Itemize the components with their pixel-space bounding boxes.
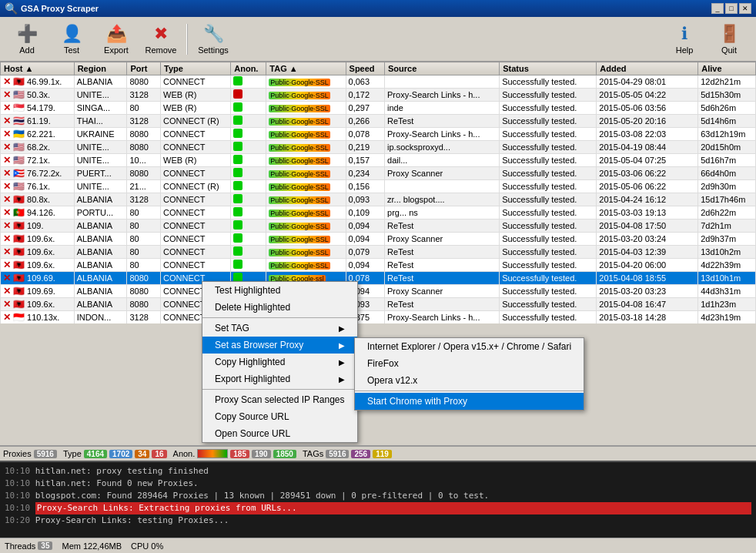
cross-icon[interactable]: ✕ [3,102,11,113]
cm-set-tag[interactable]: Set TAG ▶ [202,320,357,337]
table-row[interactable]: ✕ 🇵🇷 76.72.2x. PUERT... 8080 CONNECT Pub… [1,167,756,180]
cell-added: 2015-04-08 18:55 [597,272,698,285]
table-row[interactable]: ✕ 🇦🇱 109.69. ALBANIA 8080 CONNECT Public… [1,272,756,285]
cross-icon[interactable]: ✕ [3,129,11,139]
cross-icon[interactable]: ✕ [3,181,11,192]
table-row[interactable]: ✕ 🇺🇸 72.1x. UNITE... 10... WEB (R) Publi… [1,154,756,167]
cm-copy-highlighted[interactable]: Copy Highlighted ▶ [202,354,357,370]
remove-button[interactable]: ✖ Remove [140,20,182,59]
flag-icon: 🇺🇸 [13,142,25,152]
col-header-host[interactable]: Host ▲ [1,62,75,75]
table-row[interactable]: ✕ 🇦🇱 46.99.1x. ALBANIA 8080 CONNECT Publ… [1,75,756,89]
cross-icon[interactable]: ✕ [3,220,11,231]
cross-icon[interactable]: ✕ [3,168,11,179]
cell-host: ✕ 🇺🇦 62.221. [1,128,75,141]
maximize-button[interactable]: □ [725,3,738,14]
table-row[interactable]: ✕ 🇵🇹 94.126. PORTU... 80 CONNECT Public·… [1,206,756,220]
cross-icon[interactable]: ✕ [3,76,11,87]
cell-port: 80 [127,220,161,233]
cell-source: ReTest [385,115,500,128]
proxy-table-scroll[interactable]: Host ▲ Region Port Type Anon. TAG ▲ Spee… [0,62,756,323]
status-anon: Anon. 185 190 1850 [173,449,296,458]
cross-icon[interactable]: ✕ [3,142,11,152]
cell-tag: Public·Google·SSL [266,89,346,102]
cell-added: 2015-05-06 03:56 [597,102,698,115]
sm-start-chrome[interactable]: Start Chrome with Proxy [355,393,584,410]
cross-icon[interactable]: ✕ [3,89,11,100]
threads-value: 35 [38,541,52,550]
table-row[interactable]: ✕ 🇺🇸 50.3x. UNITE... 3128 WEB (R) Public… [1,89,756,102]
cell-alive: 5d14h6m [698,115,756,128]
cm-delete-highlighted[interactable]: Delete Highlighted [202,299,357,316]
table-row[interactable]: ✕ 🇦🇱 109.69. ALBANIA 8080 CONNECT 0,094 … [1,285,756,298]
col-header-status[interactable]: Status [500,62,597,75]
cross-icon[interactable]: ✕ [3,299,11,310]
flag-icon: 🇸🇬 [13,102,25,113]
cell-speed: 0,063 [346,75,384,89]
sm-ie-opera-chrome[interactable]: Internet Explorer / Opera v15.x+ / Chrom… [355,338,584,355]
cell-added: 2015-03-18 14:28 [597,311,698,324]
table-row[interactable]: ✕ 🇦🇱 109.6x. ALBANIA 80 CONNECT Public·G… [1,259,756,272]
cross-icon[interactable]: ✕ [3,155,11,166]
table-row[interactable]: ✕ 🇦🇱 80.8x. ALBANIA 3128 CONNECT Public·… [1,193,756,206]
cm-export-highlighted[interactable]: Export Highlighted ▶ [202,370,357,387]
sm-opera-v12[interactable]: Opera v12.x [355,372,584,389]
col-header-region[interactable]: Region [74,62,127,75]
log-area[interactable]: 10:10 hitlan.net: proxy testing finished… [0,461,756,538]
cell-host: ✕ 🇸🇬 54.179. [1,102,75,115]
help-button[interactable]: ℹ Help [664,20,705,59]
table-row[interactable]: ✕ 🇺🇸 76.1x. UNITE... 21... CONNECT (R) P… [1,180,756,193]
close-button[interactable]: ✕ [739,3,751,14]
table-row[interactable]: ✕ 🇦🇱 109.6x. ALBANIA 80 CONNECT Public·G… [1,246,756,259]
cell-speed: 0,094 [346,233,384,246]
col-header-anon[interactable]: Anon. [231,62,266,75]
test-button[interactable]: 👤 Test [51,20,92,59]
cell-region: ALBANIA [74,259,127,272]
cross-icon[interactable]: ✕ [3,246,11,257]
cross-icon[interactable]: ✕ [3,194,11,205]
cm-test-highlighted[interactable]: Test Highlighted [202,282,357,299]
table-row[interactable]: ✕ 🇦🇱 109. ALBANIA 80 CONNECT Public·Goog… [1,220,756,233]
cross-icon[interactable]: ✕ [3,312,11,323]
col-header-type[interactable]: Type [161,62,231,75]
cm-proxy-scan[interactable]: Proxy Scan selected IP Ranges [202,391,357,408]
col-header-added[interactable]: Added [597,62,698,75]
sm-firefox[interactable]: FireFox [355,355,584,372]
cell-alive: 13d10h2m [698,246,756,259]
cross-icon[interactable]: ✕ [3,207,11,218]
cell-status: Successfully tested. [500,75,597,89]
table-row[interactable]: ✕ 🇺🇸 68.2x. UNITE... 8080 CONNECT Public… [1,141,756,154]
col-header-port[interactable]: Port [127,62,161,75]
cell-type: CONNECT [161,259,231,272]
flag-icon: 🇵🇹 [13,207,25,218]
col-header-tag[interactable]: TAG ▲ [266,62,346,75]
col-header-alive[interactable]: Alive [698,62,756,75]
table-row[interactable]: ✕ 🇦🇱 109.6x. ALBANIA 8080 CONNECT 0,093 … [1,298,756,311]
flag-icon: 🇦🇱 [13,286,25,297]
cm-copy-source-url[interactable]: Copy Source URL [202,408,357,425]
table-row[interactable]: ✕ 🇦🇱 109.6x. ALBANIA 80 CONNECT Public·G… [1,233,756,246]
cross-icon[interactable]: ✕ [3,233,11,244]
cm-open-source-url[interactable]: Open Source URL [202,425,357,442]
table-row[interactable]: ✕ 🇸🇬 54.179. SINGA... 80 WEB (R) Public·… [1,102,756,115]
cross-icon[interactable]: ✕ [3,116,11,126]
settings-button[interactable]: 🔧 Settings [192,20,234,59]
table-area[interactable]: Host ▲ Region Port Type Anon. TAG ▲ Spee… [0,62,756,445]
col-header-source[interactable]: Source [385,62,500,75]
quit-button[interactable]: 🚪 Quit [708,20,750,59]
cell-status: Successfully tested. [500,220,597,233]
cell-region: ALBANIA [74,220,127,233]
cross-icon[interactable]: ✕ [3,273,11,283]
cross-icon[interactable]: ✕ [3,260,11,270]
add-button[interactable]: ➕ Add [6,20,48,59]
cross-icon[interactable]: ✕ [3,286,11,297]
export-button[interactable]: 📤 Export [95,20,137,59]
cm-set-browser-proxy[interactable]: Set as Browser Proxy ▶ [202,337,357,354]
col-header-speed[interactable]: Speed [346,62,384,75]
table-row[interactable]: ✕ 🇺🇦 62.221. UKRAINE 8080 CONNECT Public… [1,128,756,141]
tag-badge: Public·Google·SSL [269,92,330,99]
minimize-button[interactable]: _ [711,3,724,14]
table-row[interactable]: ✕ 🇹🇭 61.19. THAI... 3128 CONNECT (R) Pub… [1,115,756,128]
anon-indicator [233,89,243,99]
table-row[interactable]: ✕ 🇮🇩 110.13x. INDON... 3128 CONNECT 0,37… [1,311,756,324]
